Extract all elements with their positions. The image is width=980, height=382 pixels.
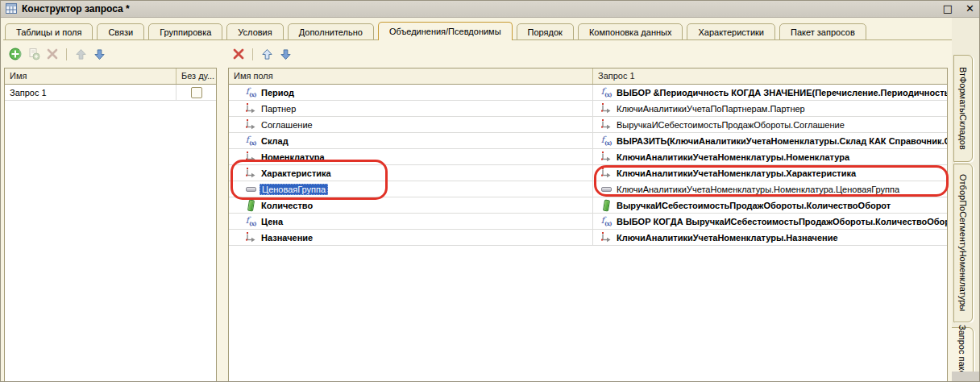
delete-field-button[interactable] — [231, 47, 246, 61]
top-tab[interactable]: Порядок — [517, 23, 574, 40]
field-name-cell[interactable]: Количество — [229, 197, 593, 213]
side-tab[interactable]: ОтборПоСегментуНоменклатуры — [953, 164, 973, 322]
query-expression: ВЫРАЗИТЬ(КлючиАналитикиУчетаНоменклатуры… — [617, 136, 947, 146]
window-title: Конструктор запроса * — [22, 3, 130, 15]
query-expression: ВыручкаИСебестоимостьПродажОбороты.Согла… — [617, 120, 845, 130]
field-row[interactable]: Назначение КлючиАналитикиУчетаНоменклату… — [229, 230, 947, 246]
column-header-query1[interactable]: Запрос 1 — [593, 69, 947, 84]
field-name: ЦеноваяГруппа — [260, 184, 328, 195]
top-tab[interactable]: Пакет запросов — [779, 23, 866, 40]
top-tab[interactable]: Компоновка данных — [578, 23, 683, 40]
toolbar-separator — [66, 48, 67, 60]
field-name-cell[interactable]: Партнер — [229, 101, 593, 116]
fx-icon: f(x) — [245, 216, 257, 226]
field-row[interactable]: f(x) Склад f(x) ВЫРАЗИТЬ(КлючиАналитикиУ… — [229, 133, 947, 149]
fields-table-header: Имя поля Запрос 1 — [229, 69, 947, 85]
field-name: Соглашение — [261, 120, 313, 130]
delete-query-button[interactable] — [45, 47, 60, 61]
move-query-down-button[interactable] — [92, 47, 106, 61]
fx-icon: f(x) — [600, 135, 612, 146]
field-name-cell[interactable]: Назначение — [229, 230, 593, 245]
side-tab-strip: ВтФорматыСкладов ОтборПоСегментуНоменкла… — [952, 18, 980, 382]
field-row[interactable]: f(x) Период f(x) ВЫБОР &Периодичность КО… — [229, 85, 947, 101]
field-icon — [245, 168, 257, 178]
field-name: Количество — [261, 201, 313, 210]
maximize-button[interactable]: □ — [943, 3, 953, 14]
query-expression-cell[interactable]: f(x) ВЫБОР КОГДА ВыручкаИСебестоимостьПр… — [593, 214, 947, 229]
column-header-name[interactable]: Имя — [5, 69, 176, 84]
field-icon — [600, 119, 612, 130]
field-row[interactable]: Соглашение ВыручкаИСебестоимостьПродажОб… — [229, 117, 947, 133]
field-row[interactable]: f(x) Цена f(x) ВЫБОР КОГДА ВыручкаИСебес… — [229, 214, 947, 230]
top-tab[interactable]: Характеристики — [687, 23, 775, 40]
query-expression-cell[interactable]: КлючиАналитикиУчетаНоменклатуры.Номенкла… — [593, 149, 947, 164]
title-bar: Конструктор запроса * □ ✕ — [0, 0, 980, 18]
top-tab[interactable]: Группировка — [148, 23, 222, 40]
field-row[interactable]: Номенклатура КлючиАналитикиУчетаНоменкла… — [229, 149, 947, 165]
field-name: Склад — [261, 136, 289, 146]
move-query-up-button[interactable] — [73, 47, 88, 61]
sum-icon — [600, 200, 612, 210]
query-expression: КлючиАналитикиУчетаНоменклатуры.Номенкла… — [617, 185, 899, 194]
field-icon — [600, 152, 612, 162]
toolbar-separator — [252, 48, 253, 60]
add-query-button[interactable] — [8, 47, 23, 61]
field-row[interactable]: Количество ВыручкаИСебестоимостьПродажОб… — [229, 197, 947, 214]
move-field-down-button[interactable] — [278, 47, 293, 61]
queries-table-header: Имя Без ду... — [5, 69, 216, 85]
close-button[interactable]: ✕ — [965, 3, 974, 14]
column-header-no-duplicates[interactable]: Без ду... — [176, 69, 216, 84]
queries-toolbar — [8, 45, 106, 63]
query-expression-cell[interactable]: ВыручкаИСебестоимостьПродажОбороты.Колич… — [593, 197, 947, 213]
field-name-cell[interactable]: Характеристика — [229, 165, 593, 181]
queries-table-body: Запрос 1 — [5, 85, 216, 101]
field-name-cell[interactable]: f(x) Период — [229, 85, 593, 100]
field-name: Партнер — [261, 104, 296, 114]
field-name: Цена — [261, 217, 283, 226]
query-expression: ВЫБОР КОГДА ВыручкаИСебестоимостьПродажО… — [617, 217, 947, 226]
column-header-field-name[interactable]: Имя поля — [229, 69, 593, 84]
field-name-cell[interactable]: f(x) Склад — [229, 133, 593, 148]
query-expression: КлючиАналитикиУчетаНоменклатуры.Назначен… — [617, 233, 838, 243]
fx-icon: f(x) — [245, 87, 257, 98]
field-name-cell[interactable]: Номенклатура — [229, 149, 593, 164]
query-expression-cell[interactable]: f(x) ВЫБОР &Периодичность КОГДА ЗНАЧЕНИЕ… — [593, 85, 947, 100]
query-expression: ВЫБОР &Периодичность КОГДА ЗНАЧЕНИЕ(Пере… — [617, 88, 947, 98]
query-expression-cell[interactable]: ВыручкаИСебестоимостьПродажОбороты.Согла… — [593, 117, 947, 132]
move-field-up-button[interactable] — [260, 47, 274, 61]
query-builder-icon — [6, 3, 17, 14]
query-expression-cell[interactable]: КлючиАналитикиУчетаНоменклатуры.Характер… — [593, 165, 947, 181]
fx-icon: f(x) — [245, 135, 257, 146]
no-duplicates-checkbox[interactable] — [191, 87, 202, 98]
field-row[interactable]: Партнер КлючиАналитикиУчетаПоПартнерам.П… — [229, 101, 947, 117]
field-name-cell[interactable]: f(x) Цена — [229, 214, 593, 229]
top-tab[interactable]: Таблицы и поля — [5, 23, 93, 40]
fx-icon: f(x) — [600, 216, 612, 226]
query-expression-cell[interactable]: КлючиАналитикиУчетаНоменклатуры.Номенкла… — [593, 181, 947, 197]
query-expression-cell[interactable]: КлючиАналитикиУчетаНоменклатуры.Назначен… — [593, 230, 947, 245]
window-corner — [952, 372, 980, 382]
sum-icon — [245, 200, 257, 210]
field-icon — [600, 103, 612, 114]
query-expression-cell[interactable]: f(x) ВЫРАЗИТЬ(КлючиАналитикиУчетаНоменкл… — [593, 133, 947, 148]
top-tab-bar: Таблицы и поля Связи Группировка Условия… — [5, 22, 866, 40]
field-name: Период — [261, 88, 294, 98]
field-icon — [245, 103, 257, 114]
query-expression: КлючиАналитикиУчетаНоменклатуры.Номенкла… — [617, 152, 849, 162]
side-tab[interactable]: ВтФорматыСкладов — [953, 55, 973, 162]
top-tab[interactable]: Условия — [226, 23, 283, 40]
field-name: Номенклатура — [261, 152, 325, 162]
top-tab[interactable]: Связи — [97, 23, 144, 40]
field-row[interactable]: ЦеноваяГруппа КлючиАналитикиУчетаНоменкл… — [229, 181, 947, 197]
query-expression: ВыручкаИСебестоимостьПродажОбороты.Колич… — [617, 201, 891, 210]
field-name-cell[interactable]: Соглашение — [229, 117, 593, 132]
field-row[interactable]: Характеристика КлючиАналитикиУчетаНоменк… — [229, 165, 947, 181]
query-expression-cell[interactable]: КлючиАналитикиУчетаПоПартнерам.Партнер — [593, 101, 947, 116]
query-row[interactable]: Запрос 1 — [5, 85, 216, 101]
top-tab[interactable]: Дополнительно — [288, 23, 374, 40]
fx-icon: f(x) — [600, 87, 612, 98]
fields-table-body: f(x) Период f(x) ВЫБОР &Периодичность КО… — [229, 85, 947, 246]
field-name-cell[interactable]: ЦеноваяГруппа — [229, 181, 593, 197]
copy-query-button[interactable] — [27, 47, 41, 61]
top-tab[interactable]: Объединения/Псевдонимы — [378, 22, 513, 40]
